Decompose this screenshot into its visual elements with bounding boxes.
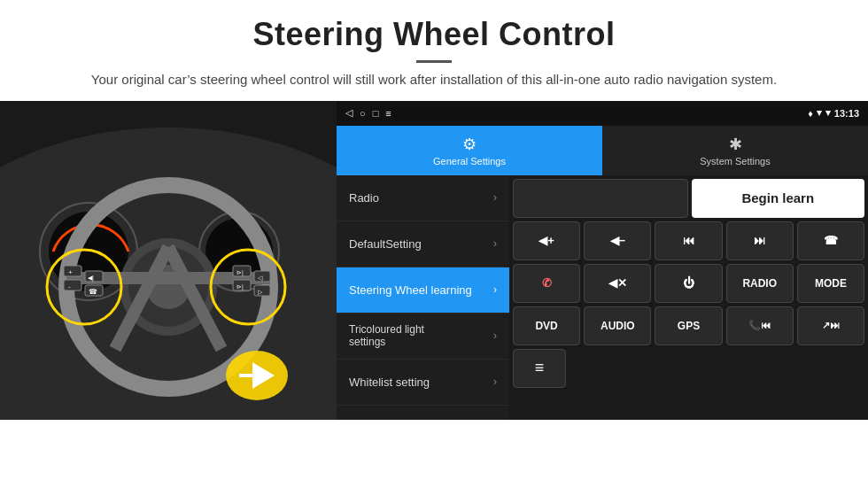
menu-label-default: DefaultSetting: [349, 237, 422, 251]
back-nav-icon[interactable]: ◁: [345, 107, 353, 119]
status-icons: ◁ ○ □ ≡: [345, 107, 391, 119]
phone-prev-icon: 📞⏮: [748, 320, 771, 331]
tab-bar: ⚙ General Settings ✱ System Settings: [337, 126, 868, 175]
general-settings-icon: ⚙: [462, 135, 477, 154]
system-settings-icon: ✱: [729, 135, 742, 154]
next-track-icon: ⏭: [754, 234, 765, 247]
phone-button[interactable]: ☎: [797, 221, 864, 260]
chevron-icon: ›: [493, 237, 497, 250]
android-panel: ◁ ○ □ ≡ ♦ ▾ ▾ 13:13 ⚙ General Settings ✱…: [337, 101, 868, 420]
menu-icon-button[interactable]: ≡: [513, 349, 566, 388]
right-controls: Begin learn ◀+ ◀− ⏮ ⏭: [509, 175, 868, 420]
status-bar: ◁ ○ □ ≡ ♦ ▾ ▾ 13:13: [337, 101, 868, 126]
menu-item-whitelist[interactable]: Whitelist setting ›: [337, 360, 509, 406]
menu-nav-icon[interactable]: ≡: [385, 108, 391, 119]
audio-button[interactable]: AUDIO: [584, 306, 651, 345]
mode-button[interactable]: MODE: [797, 264, 864, 303]
begin-learn-button[interactable]: Begin learn: [692, 179, 865, 218]
dvd-button[interactable]: DVD: [513, 306, 580, 345]
vol-up-button[interactable]: ◀+: [513, 221, 580, 260]
svg-text:+: +: [68, 268, 73, 276]
svg-rect-15: [64, 266, 81, 276]
top-control-row: Begin learn: [513, 179, 864, 218]
clock: 13:13: [834, 108, 859, 119]
chevron-icon: ›: [493, 375, 497, 388]
menu-item-steering[interactable]: Steering Wheel learning ›: [337, 267, 509, 314]
hamburger-icon: ≡: [535, 359, 545, 377]
svg-rect-29: [254, 285, 270, 296]
phone-icon: ☎: [824, 234, 838, 247]
prev-track-icon: ⏮: [683, 234, 694, 247]
control-row-1: ◀+ ◀− ⏮ ⏭ ☎: [513, 221, 864, 260]
menu-item-radio[interactable]: Radio ›: [337, 175, 509, 221]
vol-down-button[interactable]: ◀−: [584, 221, 651, 260]
control-row-3: DVD AUDIO GPS 📞⏮ ↗⏭: [513, 306, 864, 345]
radio-button[interactable]: RADIO: [726, 264, 794, 303]
chevron-icon: ›: [493, 329, 497, 342]
wifi-icon: ▾: [817, 107, 822, 119]
top-section: Steering Wheel Control Your original car…: [0, 0, 868, 101]
control-row-4: ≡: [513, 349, 864, 388]
menu-label-tricoloured: Tricoloured lightsettings: [349, 323, 424, 348]
svg-text:-: -: [68, 283, 71, 290]
power-button[interactable]: ⏻: [655, 264, 722, 303]
gps-icon: ♦: [808, 108, 813, 119]
hang-up-icon: ✆: [542, 276, 552, 290]
vol-down-icon: ◀−: [610, 234, 626, 247]
svg-text:⊳|: ⊳|: [236, 269, 244, 276]
tab-general-label: General Settings: [433, 156, 506, 166]
signal-icon: ▾: [825, 107, 831, 119]
tab-general[interactable]: ⚙ General Settings: [337, 126, 602, 175]
svg-rect-17: [64, 280, 81, 290]
tab-system-label: System Settings: [700, 156, 770, 166]
car-image-bg: + - ◀| ☎ ⊳| ⊳| ◁ ▷: [0, 101, 337, 420]
left-menu: Radio › DefaultSetting › Steering Wheel …: [337, 175, 509, 420]
main-area: Radio › DefaultSetting › Steering Wheel …: [337, 175, 868, 420]
chevron-icon: ›: [493, 191, 497, 204]
menu-label-whitelist: Whitelist setting: [349, 375, 430, 389]
page-title: Steering Wheel Control: [53, 16, 815, 53]
recent-nav-icon[interactable]: □: [373, 108, 379, 119]
subtitle-text: Your original car’s steering wheel contr…: [53, 70, 815, 90]
control-row-2: ✆ ◀✕ ⏻ RADIO MODE: [513, 264, 864, 303]
phone-prev-button[interactable]: 📞⏮: [726, 306, 794, 345]
arrow-next-icon: ↗⏭: [822, 320, 840, 331]
steering-wheel-image: + - ◀| ☎ ⊳| ⊳| ◁ ▷: [0, 101, 337, 420]
title-divider: [416, 60, 452, 63]
content-area: + - ◀| ☎ ⊳| ⊳| ◁ ▷: [0, 101, 868, 420]
home-nav-icon[interactable]: ○: [360, 108, 366, 119]
menu-label-steering: Steering Wheel learning: [349, 283, 472, 297]
next-track-button[interactable]: ⏭: [726, 221, 794, 260]
prev-track-button[interactable]: ⏮: [655, 221, 722, 260]
chevron-icon: ›: [493, 283, 497, 296]
mute-icon: ◀✕: [608, 276, 627, 290]
menu-label-radio: Radio: [349, 191, 379, 205]
tab-system[interactable]: ✱ System Settings: [602, 126, 868, 175]
svg-text:☎: ☎: [89, 288, 97, 296]
vol-up-icon: ◀+: [539, 234, 554, 247]
steering-input: [513, 179, 688, 218]
menu-item-default[interactable]: DefaultSetting ›: [337, 221, 509, 267]
gps-button[interactable]: GPS: [655, 306, 722, 345]
status-right: ♦ ▾ ▾ 13:13: [808, 107, 859, 119]
power-icon: ⏻: [683, 276, 694, 290]
svg-text:⊳|: ⊳|: [236, 283, 244, 290]
car-image-section: + - ◀| ☎ ⊳| ⊳| ◁ ▷: [0, 101, 337, 420]
arrow-next-button[interactable]: ↗⏭: [797, 306, 864, 345]
svg-text:◀|: ◀|: [88, 275, 94, 282]
hang-up-button[interactable]: ✆: [513, 264, 580, 303]
menu-item-tricoloured[interactable]: Tricoloured lightsettings ›: [337, 314, 509, 360]
mute-button[interactable]: ◀✕: [584, 264, 651, 303]
svg-rect-27: [254, 271, 270, 282]
